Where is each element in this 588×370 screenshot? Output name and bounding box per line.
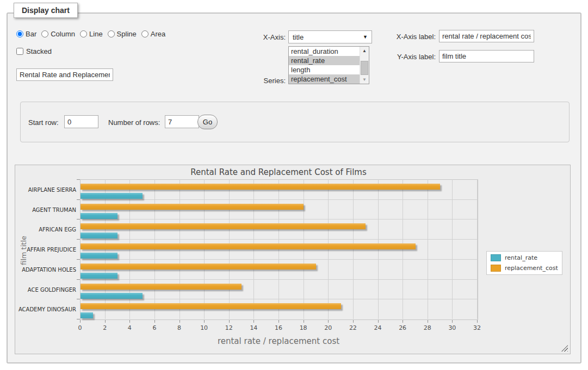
chart-type-option-column[interactable]: Column — [41, 30, 75, 38]
number-of-rows-label: Number of rows: — [108, 118, 160, 127]
y-tick-mark — [77, 299, 80, 299]
x-tick-mark — [204, 320, 205, 323]
bar-replacement_cost — [81, 223, 366, 229]
chart-type-radio-area[interactable] — [141, 30, 148, 37]
category-label: AFFAIR PREJUDICE — [15, 247, 76, 253]
y-axis-label-field-label: Y-Axis label: — [381, 53, 436, 61]
x-tick-label: 30 — [442, 324, 462, 331]
chart-legend: rental_ratereplacement_cost — [486, 251, 562, 275]
bar-replacement_cost — [81, 284, 242, 290]
x-axis-title: rental rate / replacement cost — [80, 336, 477, 346]
y-tick-mark — [77, 219, 80, 220]
bar-replacement_cost — [81, 204, 304, 210]
x-tick-mark — [428, 320, 428, 323]
chart-type-option-area[interactable]: Area — [141, 30, 165, 38]
series-option-rental_rate[interactable]: rental_rate — [289, 56, 360, 65]
x-tick-label: 4 — [120, 324, 139, 331]
bar-replacement_cost — [81, 184, 440, 190]
gridline-horizontal — [80, 239, 477, 240]
series-option-rental_duration[interactable]: rental_duration — [289, 47, 360, 56]
x-tick-label: 20 — [318, 324, 338, 331]
x-tick-label: 16 — [269, 324, 288, 331]
x-tick-label: 32 — [467, 324, 487, 331]
start-row-input[interactable] — [64, 115, 98, 128]
chart-type-radio-bar[interactable] — [16, 30, 23, 37]
x-tick-label: 28 — [418, 324, 437, 331]
x-tick-mark — [353, 320, 354, 323]
chart-title: Rental Rate and Replacement Cost of Film… — [80, 167, 477, 177]
x-tick-mark — [452, 320, 453, 323]
chart-panel[interactable]: Rental Rate and Replacement Cost of Film… — [15, 165, 571, 354]
x-axis-label-input[interactable] — [439, 30, 534, 42]
legend-swatch-replacement_cost — [491, 265, 501, 272]
y-tick-mark — [77, 319, 80, 319]
go-button[interactable]: Go — [197, 115, 218, 129]
scrollbar-down-icon[interactable]: ▼ — [360, 76, 369, 84]
legend-entry: replacement_cost — [491, 265, 558, 272]
x-tick-mark — [378, 320, 379, 323]
chart-type-radio-column[interactable] — [41, 30, 48, 37]
gridline-horizontal — [80, 199, 477, 200]
x-axis-label-field-label: X-Axis label: — [381, 33, 436, 41]
bar-rental_rate — [81, 293, 143, 299]
x-tick-mark — [253, 320, 254, 323]
x-tick-mark — [229, 320, 230, 323]
series-list-label: Series: — [228, 77, 286, 85]
chart-type-label: Bar — [26, 30, 36, 38]
x-tick-mark — [403, 320, 403, 323]
gridline-horizontal — [80, 259, 477, 260]
x-tick-mark — [328, 320, 329, 323]
stacked-checkbox[interactable] — [16, 48, 23, 55]
x-axis-select[interactable]: title ▼ — [288, 30, 372, 43]
x-tick-mark — [180, 320, 180, 323]
chart-type-option-spline[interactable]: Spline — [108, 30, 137, 38]
x-tick-label: 10 — [194, 324, 214, 331]
bar-chart: Rental Rate and Replacement Cost of Film… — [15, 165, 570, 354]
series-scrollbar[interactable]: ▲ ▼ — [360, 47, 369, 84]
gridline-vertical — [452, 179, 453, 319]
chart-type-radio-spline[interactable] — [108, 30, 115, 37]
category-label: ADAPTATION HOLES — [15, 267, 76, 273]
scrollbar-thumb[interactable] — [361, 61, 368, 75]
y-tick-mark — [77, 199, 80, 200]
chart-type-radio-line[interactable] — [80, 30, 87, 37]
chart-type-option-line[interactable]: Line — [80, 30, 103, 38]
x-tick-label: 18 — [294, 324, 313, 331]
gridline-vertical — [477, 179, 478, 319]
y-tick-mark — [77, 279, 80, 280]
legend-entry: rental_rate — [491, 254, 558, 261]
chevron-down-icon: ▼ — [363, 34, 368, 40]
y-axis-label-input[interactable] — [439, 50, 534, 62]
x-tick-mark — [129, 320, 130, 323]
x-tick-mark — [154, 320, 155, 323]
chart-title-input[interactable] — [16, 68, 113, 81]
x-tick-mark — [278, 320, 279, 323]
x-tick-label: 14 — [244, 324, 263, 331]
bar-rental_rate — [81, 273, 117, 279]
bar-replacement_cost — [81, 243, 416, 249]
bar-replacement_cost — [81, 303, 341, 309]
stacked-checkbox-row: Stacked — [16, 47, 52, 55]
bar-rental_rate — [81, 253, 117, 259]
bar-replacement_cost — [81, 264, 316, 269]
x-tick-label: 22 — [343, 324, 363, 331]
x-axis-selected-value: title — [293, 33, 304, 41]
x-tick-label: 26 — [393, 324, 412, 331]
chart-type-option-bar[interactable]: Bar — [16, 30, 36, 38]
scrollbar-up-icon[interactable]: ▲ — [360, 47, 369, 55]
gridline-vertical — [428, 179, 428, 319]
legend-swatch-rental_rate — [491, 254, 501, 261]
x-tick-label: 24 — [368, 324, 388, 331]
x-tick-label: 6 — [145, 324, 164, 331]
series-option-length[interactable]: length — [289, 65, 360, 74]
x-axis-select-label: X-Axis: — [228, 33, 286, 41]
series-listbox[interactable]: rental_durationrental_ratelengthreplacem… — [288, 46, 369, 84]
bar-rental_rate — [81, 193, 143, 199]
legend-label: replacement_cost — [505, 265, 558, 272]
category-label: AFRICAN EGG — [15, 227, 76, 233]
resize-handle-icon[interactable] — [561, 345, 568, 352]
start-row-label: Start row: — [28, 118, 59, 127]
y-tick-mark — [77, 259, 80, 260]
series-option-replacement_cost[interactable]: replacement_cost — [289, 74, 360, 84]
number-of-rows-input[interactable] — [165, 115, 199, 128]
